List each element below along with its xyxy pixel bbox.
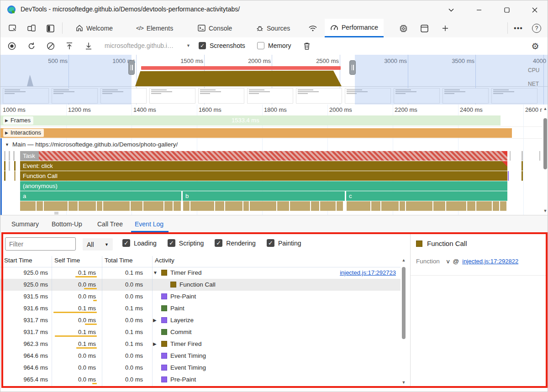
cell-self-time: 0.0 ms bbox=[52, 281, 96, 288]
more-options-button[interactable]: ••• bbox=[510, 22, 527, 34]
cell-activity: Layerize bbox=[170, 317, 194, 324]
task-sliver bbox=[14, 171, 16, 181]
network-conditions-button[interactable] bbox=[305, 22, 321, 34]
duration-filter-select[interactable]: All ▼ bbox=[83, 238, 113, 251]
tab-elements[interactable]: </> Elements bbox=[131, 19, 179, 37]
details-title: Function Call bbox=[427, 240, 467, 247]
device-toolbar-icon bbox=[27, 25, 36, 32]
plus-icon bbox=[442, 25, 448, 31]
overview-right-handle[interactable] bbox=[349, 60, 356, 75]
memory-checkbox[interactable]: Memory bbox=[257, 42, 291, 49]
tab-event-log[interactable]: Event Log bbox=[130, 215, 168, 233]
scroll-down-icon[interactable]: ▼ bbox=[542, 209, 548, 213]
drawer-panel-button[interactable] bbox=[416, 22, 432, 34]
clear-button[interactable] bbox=[45, 41, 57, 52]
scroll-up-icon[interactable]: ▲ bbox=[542, 106, 548, 111]
cell-activity: Event Timing bbox=[170, 364, 206, 371]
cell-start-time: 931.5 ms bbox=[3, 293, 48, 300]
tab-performance[interactable]: Performance bbox=[325, 19, 384, 37]
capture-settings-button[interactable]: ⚙ bbox=[529, 41, 541, 52]
tab-summary[interactable]: Summary bbox=[7, 215, 43, 233]
event-log-scrollbar[interactable]: ▲ ▼ bbox=[400, 256, 407, 386]
event-log-scrollbar-thumb[interactable] bbox=[402, 267, 406, 339]
table-row[interactable]: 931.7 ms0.0 ms0.0 ms▶Layerize bbox=[0, 314, 400, 326]
screenshot-thumbnail[interactable] bbox=[247, 88, 293, 104]
screenshot-thumbnail[interactable] bbox=[296, 88, 342, 104]
screenshots-checkbox[interactable]: ✓ Screenshots bbox=[199, 42, 245, 49]
cell-self-time: 0.0 ms bbox=[52, 317, 96, 324]
cell-start-time: 925.0 ms bbox=[3, 269, 48, 276]
table-row[interactable]: 962.3 ms0.1 ms0.1 ms▶Timer Fired bbox=[0, 338, 400, 350]
table-row[interactable]: 931.5 ms0.0 ms0.0 msPre-Paint bbox=[0, 291, 400, 303]
tabbar-divider bbox=[62, 22, 63, 34]
expand-down-icon[interactable]: ▼ bbox=[153, 270, 158, 275]
window-chevron-button[interactable] bbox=[442, 4, 460, 16]
device-emulation-button[interactable] bbox=[23, 22, 40, 34]
screenshot-thumbnail[interactable] bbox=[198, 88, 244, 104]
wifi-icon bbox=[308, 25, 317, 32]
maximize-button[interactable] bbox=[498, 4, 516, 16]
source-location-link[interactable]: injected.js:17:292723 bbox=[340, 269, 396, 276]
column-divider bbox=[102, 256, 102, 387]
tab-bottom-up[interactable]: Bottom-Up bbox=[47, 215, 87, 233]
expand-right-icon[interactable]: ▶ bbox=[153, 318, 157, 323]
timeline-overview[interactable]: 500 ms1000 ms1500 ms2000 ms2500 ms3000 m… bbox=[0, 55, 548, 105]
scroll-up-icon[interactable]: ▲ bbox=[400, 258, 407, 262]
details-source-link[interactable]: injected.js:17:292822 bbox=[462, 258, 518, 265]
reload-record-button[interactable] bbox=[26, 41, 37, 52]
inspect-element-button[interactable] bbox=[5, 22, 21, 34]
filter-input[interactable]: Filter bbox=[5, 237, 76, 251]
close-button[interactable] bbox=[526, 4, 544, 16]
cpu-panel-button[interactable] bbox=[395, 22, 411, 34]
checkbox-scripting[interactable]: ✓Scripting bbox=[168, 239, 204, 247]
overview-left-handle[interactable] bbox=[128, 60, 135, 75]
column-total-time[interactable]: Total Time bbox=[105, 257, 133, 264]
save-profile-button[interactable] bbox=[83, 41, 95, 52]
painting-category-icon bbox=[161, 329, 167, 335]
tab-welcome[interactable]: Welcome bbox=[70, 19, 118, 37]
table-row[interactable]: 966.1 ms0.0 ms0.0 msPre-Paint bbox=[0, 386, 400, 388]
scroll-down-icon[interactable]: ▼ bbox=[400, 380, 407, 385]
table-row[interactable]: 964.6 ms0.0 ms0.0 msEvent Timing bbox=[0, 362, 400, 374]
table-row[interactable]: 925.0 ms0.1 ms0.1 ms▼Timer Firedinjected… bbox=[0, 267, 400, 279]
table-row[interactable]: 931.6 ms0.1 ms0.1 msPaint bbox=[0, 303, 400, 314]
add-tab-button[interactable] bbox=[437, 22, 453, 34]
profile-select-chevron-icon[interactable]: ▼ bbox=[186, 43, 190, 48]
record-button[interactable] bbox=[6, 41, 18, 52]
performance-gauge-icon bbox=[330, 24, 338, 31]
minimize-button[interactable] bbox=[470, 4, 488, 16]
table-row[interactable]: 931.7 ms0.1 ms0.1 msCommit bbox=[0, 326, 400, 338]
screenshot-thumbnail[interactable] bbox=[149, 88, 195, 104]
tracks-scrollbar[interactable]: ▲ ▼ bbox=[542, 105, 548, 215]
profile-select[interactable]: microsoftedge.github.i… bbox=[105, 42, 174, 49]
table-row[interactable]: 964.6 ms0.0 ms0.0 msEvent Timing bbox=[0, 350, 400, 362]
task-sliver bbox=[9, 151, 10, 161]
help-icon: ? bbox=[532, 24, 541, 33]
self-time-bar bbox=[55, 335, 97, 337]
help-button[interactable]: ? bbox=[528, 22, 545, 34]
task-sliver bbox=[9, 161, 10, 171]
checkbox-rendering[interactable]: ✓Rendering bbox=[215, 239, 256, 247]
checkbox-label: Painting bbox=[278, 240, 301, 247]
tracks-scrollbar-thumb[interactable] bbox=[543, 118, 547, 169]
category-checkboxes: ✓Loading✓Scripting✓Rendering✓Painting bbox=[122, 239, 301, 247]
column-activity[interactable]: Activity bbox=[155, 257, 174, 264]
tab-call-tree[interactable]: Call Tree bbox=[93, 215, 127, 233]
timeline-tracks[interactable]: 1000 ms1200 ms1400 ms1600 ms1800 ms2000 … bbox=[0, 105, 548, 215]
cell-activity: Timer Fired bbox=[170, 340, 202, 347]
checkbox-painting[interactable]: ✓Painting bbox=[267, 239, 301, 247]
gc-trash-button[interactable] bbox=[301, 41, 313, 52]
trash-icon bbox=[303, 42, 311, 50]
column-self-time[interactable]: Self Time bbox=[54, 257, 80, 264]
load-profile-button[interactable] bbox=[63, 41, 75, 52]
column-start-time[interactable]: Start Time bbox=[4, 257, 32, 264]
table-row[interactable]: 965.4 ms0.0 ms0.0 msPre-Paint bbox=[0, 374, 400, 386]
tab-console[interactable]: Console bbox=[192, 19, 237, 37]
tab-sources[interactable]: Sources bbox=[251, 19, 295, 37]
expand-right-icon[interactable]: ▶ bbox=[153, 341, 157, 346]
task-sliver bbox=[522, 161, 523, 171]
dock-side-button[interactable] bbox=[42, 22, 58, 34]
table-row[interactable]: 925.0 ms0.0 ms0.0 msFunction Call bbox=[0, 279, 400, 291]
checkbox-loading[interactable]: ✓Loading bbox=[122, 239, 157, 247]
net-track-label: NET bbox=[528, 81, 539, 87]
